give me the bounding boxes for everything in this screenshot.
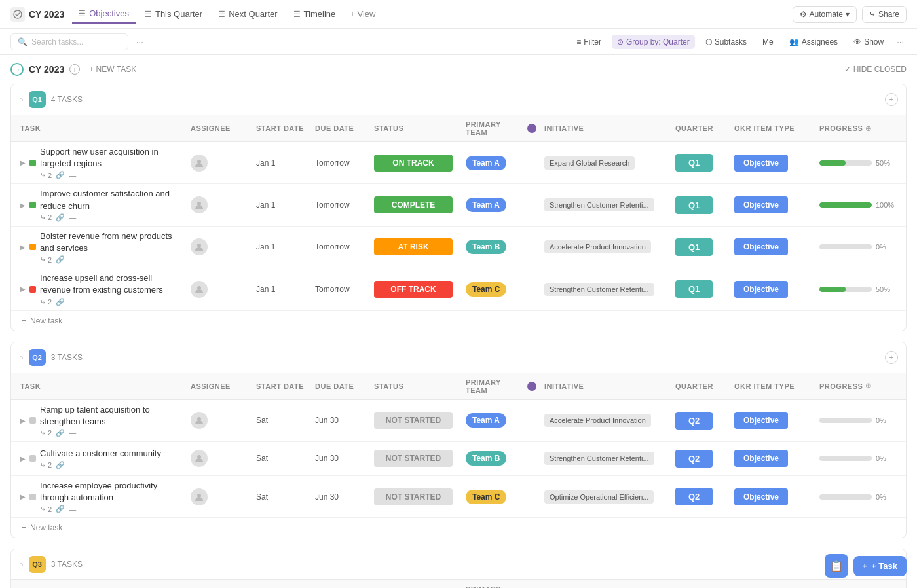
initiative-badge[interactable]: Accelerate Product Innovation [544,240,651,253]
task-name[interactable]: Increase upsell and cross-sell revenue f… [40,272,183,296]
progress-add-icon[interactable]: ⊕ [865,382,872,390]
task-expand-icon[interactable]: ▶ [20,244,26,251]
new-task-button[interactable]: + NEW TASK [85,64,140,75]
new-task-row[interactable]: +New task [11,311,906,331]
tab-this-quarter[interactable]: ☰ This Quarter [138,5,209,23]
new-task-label: New task [30,316,62,325]
status-cell[interactable]: NOT STARTED [370,485,462,509]
assignee-avatar[interactable] [191,412,208,429]
status-badge[interactable]: OFF TRACK [374,281,453,298]
status-cell[interactable]: NOT STARTED [370,446,462,471]
okr-type-badge: Objective [734,488,788,505]
status-badge[interactable]: NOT STARTED [374,412,453,429]
add-task-quarter-q2[interactable]: + [885,351,898,364]
status-badge[interactable]: NOT STARTED [374,450,453,467]
assignee-avatar[interactable] [191,281,208,298]
initiative-badge[interactable]: Optimize Operational Efficien... [544,490,654,504]
team-badge[interactable]: Team B [466,240,506,254]
status-cell[interactable]: COMPLETE [370,193,462,217]
add-task-quarter-q1[interactable]: + [885,93,898,106]
filter-button[interactable]: ≡ Filter [571,35,607,49]
task-expand-icon[interactable]: ▶ [20,455,26,462]
col-assignee: ASSIGNEE [187,115,252,141]
table-row: ▶ Bolster revenue from new products and … [11,227,906,268]
group-by-button[interactable]: ⊙ Group by: Quarter [612,35,695,49]
link-icon: 🔗 [56,213,65,222]
col-task: TASK [16,580,187,588]
quarter-collapse-q2[interactable]: ○ [19,354,24,361]
team-badge[interactable]: Team B [466,451,506,466]
add-view-button[interactable]: + View [345,6,381,22]
status-badge[interactable]: NOT STARTED [374,488,453,505]
clipboard-button[interactable]: 📋 [825,554,848,578]
year-collapse-icon[interactable]: ○ [10,63,24,76]
new-task-row[interactable]: +New task [11,518,906,538]
status-cell[interactable]: ON TRACK [370,151,462,175]
task-expand-icon[interactable]: ▶ [20,417,26,424]
initiative-badge[interactable]: Strengthen Customer Retenti... [544,198,654,211]
team-badge[interactable]: Team C [466,282,506,297]
assignee-avatar[interactable] [191,450,208,467]
year-info-icon[interactable]: i [69,64,80,75]
status-cell[interactable]: NOT STARTED [370,408,462,433]
progress-bar-bg [819,287,872,292]
assignees-button[interactable]: 👥 Assignees [784,35,843,49]
subtask-count: ⤷ 2 [40,255,52,264]
status-badge[interactable]: AT RISK [374,238,453,255]
show-button[interactable]: 👁 Show [848,35,889,49]
tab-timeline[interactable]: ☰ Timeline [287,5,343,23]
me-button[interactable]: Me [757,35,779,49]
task-meta: ⤷ 2 🔗 — [40,298,183,306]
toolbar-more-icon[interactable]: ··· [134,34,146,49]
dash-item: — [69,461,76,469]
col-progress: PROGRESS ⊕ [815,373,901,399]
status-badge[interactable]: COMPLETE [374,196,453,213]
quarter-collapse-q3[interactable]: ○ [19,560,24,568]
initiative-badge[interactable]: Accelerate Product Innovation [544,414,651,427]
share-button[interactable]: ⤷ Share [862,6,907,23]
status-cell[interactable]: OFF TRACK [370,277,462,302]
task-expand-icon[interactable]: ▶ [20,159,26,166]
assignee-avatar[interactable] [191,155,208,172]
status-badge[interactable]: ON TRACK [374,155,453,172]
quarter-cell: Q1 [671,276,730,302]
status-cell[interactable]: AT RISK [370,234,462,259]
quarter-header-q2: ○ Q2 3 TASKS + [11,342,906,373]
task-name-cell: ▶ Increase upsell and cross-sell revenue… [16,268,187,310]
initiative-badge[interactable]: Strengthen Customer Retenti... [544,452,654,465]
initiative-badge[interactable]: Strengthen Customer Retenti... [544,283,654,296]
search-box[interactable]: 🔍 Search tasks... [10,33,128,50]
tab-next-quarter[interactable]: ☰ Next Quarter [212,5,284,23]
col-task: TASK [16,373,187,399]
task-expand-icon[interactable]: ▶ [20,493,26,500]
assignee-avatar[interactable] [191,488,208,505]
team-badge[interactable]: Team A [466,156,506,170]
quarter-collapse-q1[interactable]: ○ [19,96,24,103]
task-name[interactable]: Increase employee productivity through a… [40,480,183,504]
add-task-button[interactable]: + + Task [853,556,907,576]
team-cell: Team C [462,278,540,301]
team-cell: Team A [462,152,540,174]
quarter-value: Q2 [675,488,713,505]
toolbar-overflow-icon[interactable]: ··· [894,34,907,49]
task-name[interactable]: Bolster revenue from new products and se… [40,230,183,254]
hide-closed-button[interactable]: ✓ HIDE CLOSED [844,65,907,74]
task-name[interactable]: Improve customer satisfaction and reduce… [40,188,183,211]
tab-objectives[interactable]: ☰ Objectives [72,5,136,24]
task-name[interactable]: Cultivate a customer community [40,448,161,460]
task-expand-icon[interactable]: ▶ [20,202,26,209]
assignee-avatar[interactable] [191,196,208,213]
task-expand-icon[interactable]: ▶ [20,285,26,293]
team-badge[interactable]: Team A [466,198,506,212]
task-name[interactable]: Support new user acquisition in targeted… [40,146,183,170]
automate-button[interactable]: ⚙ Automate ▾ [793,6,857,23]
initiative-badge[interactable]: Expand Global Research [544,156,635,170]
progress-add-icon[interactable]: ⊕ [865,124,872,133]
team-badge[interactable]: Team A [466,413,506,428]
task-name[interactable]: Ramp up talent acquisition to strengthen… [40,404,183,428]
progress-percent: 50% [876,285,890,293]
subtasks-button[interactable]: ⬡ Subtasks [700,35,752,49]
team-badge[interactable]: Team C [466,490,506,504]
assignee-avatar[interactable] [191,238,208,255]
task-name-wrap: Bolster revenue from new products and se… [40,230,183,264]
